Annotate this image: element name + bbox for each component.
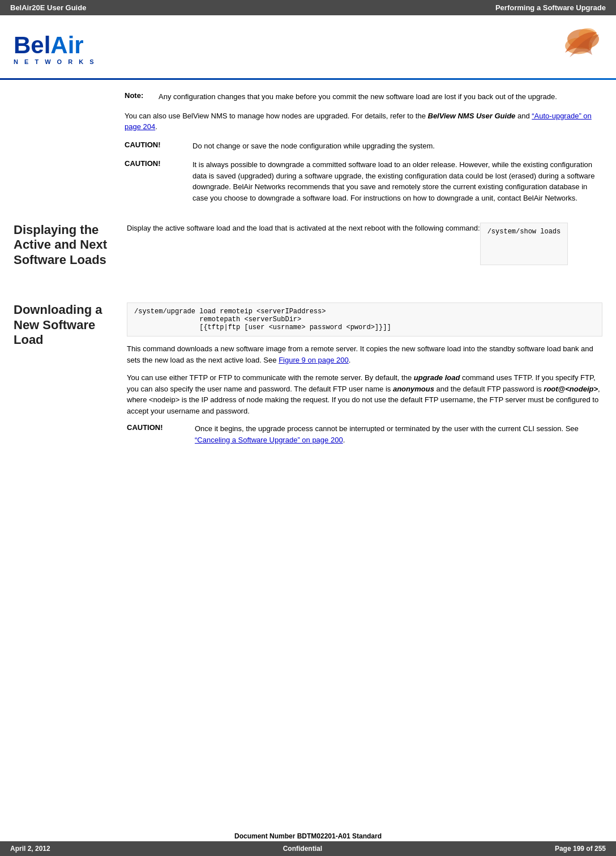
section2-para2-middle2: and the default FTP password is	[434, 385, 544, 393]
section1-body: Display the active software load and the…	[127, 223, 480, 266]
footer-left: April 2, 2012	[10, 845, 50, 853]
section2-content: /system/upgrade load remoteip <serverIPa…	[127, 303, 602, 453]
logo-right-icon	[546, 25, 602, 73]
belview-para-and: and	[515, 112, 532, 120]
note-label: Note:	[125, 91, 159, 103]
logo-area: BelAir N E T W O R K S	[0, 15, 616, 78]
footer-right: Page 199 of 255	[555, 845, 606, 853]
section2-caution-label: CAUTION!	[127, 423, 195, 432]
note-content: Any configuration changes that you make …	[159, 91, 602, 103]
caution1-label: CAUTION!	[125, 140, 192, 149]
logo-text: BelAir	[14, 33, 96, 57]
section2-caution-link[interactable]: “Canceling a Software Upgrade” on page 2…	[195, 436, 343, 444]
caution2-row: CAUTION! It is always possible to downgr…	[125, 159, 602, 203]
logo-networks: N E T W O R K S	[14, 58, 96, 65]
section1-heading-line1: Displaying the	[14, 223, 99, 237]
section2-caution-end: .	[343, 436, 345, 444]
header-right: Performing a Software Upgrade	[495, 3, 606, 12]
section2-caution-content: Once it begins, the upgrade process cann…	[195, 423, 602, 445]
section2-anonymous: anonymous	[393, 385, 434, 393]
belview-paragraph: You can also use BelView NMS to manage h…	[125, 110, 602, 133]
header-bar: BelAir20E User Guide Performing a Softwa…	[0, 0, 616, 15]
section2-row: Downloading a New Software Load /system/…	[0, 303, 616, 453]
header-left: BelAir20E User Guide	[10, 3, 86, 12]
caution2-content: It is always possible to downgrade a com…	[192, 159, 602, 203]
section2-heading-line3: Load	[14, 333, 44, 347]
section2-para1-end: .	[349, 356, 351, 364]
logo-block: BelAir N E T W O R K S	[14, 33, 96, 65]
belview-para-text: You can also use BelView NMS to manage h…	[125, 112, 428, 120]
caution1-content: Do not change or save the node configura…	[192, 140, 602, 152]
section2-caution-text-before: Once it begins, the upgrade process cann…	[195, 424, 579, 433]
section2-heading-line1: Downloading a	[14, 303, 102, 317]
section2-para1: This command downloads a new software im…	[127, 343, 602, 365]
section2-para2-before: You can use either TFTP or FTP to commun…	[127, 373, 414, 382]
section2-heading: Downloading a New Software Load	[14, 303, 127, 453]
note-block: Note: Any configuration changes that you…	[125, 91, 602, 103]
section2-upgrade-load: upgrade load	[414, 373, 460, 382]
section1-row: Displaying the Active and Next Software …	[0, 211, 616, 289]
section1-heading: Displaying the Active and Next Software …	[14, 223, 127, 272]
section2-para2: You can use either TFTP or FTP to commun…	[127, 372, 602, 416]
footer-doc: Document Number BDTM02201-A01 Standard	[0, 832, 616, 840]
belview-end: .	[155, 122, 157, 131]
footer-center: Confidential	[50, 845, 555, 853]
section2-para1-text: This command downloads a new software im…	[127, 344, 593, 364]
caution2-label: CAUTION!	[125, 159, 192, 168]
section2-caution-row: CAUTION! Once it begins, the upgrade pro…	[127, 423, 602, 445]
section1-code: /system/show loads	[480, 223, 568, 265]
section1-heading-line2: Active and Next	[14, 237, 107, 252]
belview-guide-italic: BelView NMS User Guide	[428, 112, 516, 120]
section2-heading-line2: New Software	[14, 318, 95, 332]
section2-figure-link[interactable]: Figure 9 on page 200	[279, 356, 349, 364]
caution1-row: CAUTION! Do not change or save the node …	[125, 140, 602, 152]
section1-heading-line3: Software Loads	[14, 253, 106, 267]
section1-content: Display the active software load and the…	[127, 223, 602, 272]
section2-code: /system/upgrade load remoteip <serverIPa…	[127, 303, 602, 337]
section2-root-nodeip: root@<nodeip>	[544, 385, 598, 393]
footer-bar: April 2, 2012 Confidential Page 199 of 2…	[0, 841, 616, 856]
